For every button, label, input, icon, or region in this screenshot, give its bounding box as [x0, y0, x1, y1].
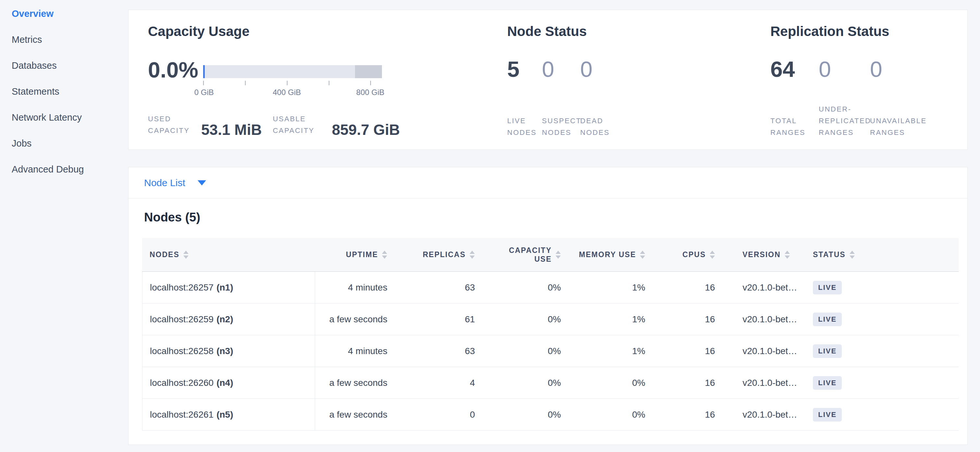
- table-row[interactable]: localhost:26258(n3) 4 minutes 63 0% 1% 1…: [142, 335, 959, 367]
- sidebar-item-network-latency[interactable]: Network Latency: [0, 105, 128, 130]
- capacity-bar-reserved-segment: [355, 65, 382, 78]
- node-address[interactable]: localhost:26259: [150, 314, 213, 325]
- capacity-use-cell: 0%: [482, 367, 568, 398]
- capacity-percent-value: 0.0%: [148, 59, 198, 81]
- uptime-cell: a few seconds: [315, 303, 394, 335]
- uptime-cell: 4 minutes: [315, 272, 394, 303]
- column-header-uptime[interactable]: UPTIME: [315, 250, 394, 259]
- sort-icon: [382, 251, 387, 259]
- sort-icon: [183, 251, 189, 259]
- axis-label-0: 0 GiB: [194, 88, 214, 97]
- sort-icon: [640, 251, 645, 259]
- sort-icon: [710, 251, 715, 259]
- node-id: (n1): [216, 282, 233, 293]
- node-address[interactable]: localhost:26258: [150, 346, 213, 356]
- status-badge: LIVE: [813, 344, 842, 358]
- table-row[interactable]: localhost:26259(n2) a few seconds 61 0% …: [142, 303, 959, 335]
- column-header-nodes[interactable]: NODES: [142, 250, 315, 259]
- table-row[interactable]: localhost:26260(n4) a few seconds 4 0% 0…: [142, 367, 959, 399]
- memory-use-cell: 0%: [567, 399, 652, 430]
- column-header-capacity-use[interactable]: CAPACITY USE: [481, 246, 567, 263]
- used-capacity-value: 53.1 MiB: [201, 123, 262, 136]
- node-status-title: Node Status: [507, 24, 587, 39]
- axis-tick: [370, 81, 371, 85]
- sidebar-item-statements[interactable]: Statements: [0, 78, 128, 105]
- live-nodes-value: 5: [507, 58, 542, 80]
- column-header-cpus[interactable]: CPUS: [652, 250, 721, 259]
- version-cell: v20.1.0-bet…: [721, 272, 812, 303]
- sidebar-item-jobs[interactable]: Jobs: [0, 130, 128, 156]
- unavailable-ranges-label: UNAVAILABLE RANGES: [870, 115, 935, 138]
- node-address[interactable]: localhost:26257: [150, 282, 213, 293]
- chevron-down-icon: [197, 180, 206, 186]
- sort-icon: [469, 251, 475, 259]
- axis-tick: [329, 81, 329, 85]
- capacity-stats: USED CAPACITY 53.1 MiB USABLE CAPACITY 8…: [148, 113, 400, 136]
- dead-nodes-label: DEAD NODES: [580, 115, 610, 138]
- live-nodes-label: LIVE NODES: [507, 115, 537, 138]
- cpus-cell: 16: [652, 335, 721, 367]
- node-id: (n5): [216, 409, 233, 420]
- replicas-cell: 63: [394, 335, 482, 367]
- node-address[interactable]: localhost:26261: [150, 409, 213, 420]
- column-header-version[interactable]: VERSION: [721, 250, 812, 259]
- capacity-usage-title: Capacity Usage: [148, 24, 250, 39]
- table-row[interactable]: localhost:26257(n1) 4 minutes 63 0% 1% 1…: [142, 272, 959, 303]
- total-ranges-label: TOTAL RANGES: [770, 115, 800, 138]
- capacity-use-cell: 0%: [482, 303, 568, 335]
- total-ranges-value: 64: [770, 58, 819, 80]
- node-list-dropdown[interactable]: Node List: [129, 167, 967, 198]
- under-replicated-ranges-label: UNDER-REPLICATED RANGES: [819, 103, 870, 138]
- status-badge: LIVE: [813, 376, 842, 390]
- version-cell: v20.1.0-bet…: [721, 367, 812, 398]
- column-header-memory-use[interactable]: MEMORY USE: [567, 250, 652, 259]
- status-badge: LIVE: [813, 312, 842, 326]
- node-address[interactable]: localhost:26260: [150, 378, 213, 388]
- capacity-use-cell: 0%: [482, 399, 568, 430]
- memory-use-cell: 1%: [567, 335, 652, 367]
- nodes-table-title: Nodes (5): [144, 211, 200, 224]
- axis-tick: [245, 81, 246, 85]
- cluster-summary-card: Capacity Usage 0.0% 0 GiB 400 GiB 800 Gi…: [128, 10, 968, 150]
- cpus-cell: 16: [652, 303, 721, 335]
- overview-page: Overview Metrics Databases Statements Ne…: [0, 0, 980, 452]
- sidebar-item-metrics[interactable]: Metrics: [0, 27, 128, 52]
- column-header-replicas[interactable]: REPLICAS: [394, 250, 481, 259]
- column-header-status[interactable]: STATUS: [812, 250, 959, 259]
- suspect-nodes-label: SUSPECT NODES: [542, 115, 580, 138]
- sidebar-item-databases[interactable]: Databases: [0, 52, 128, 78]
- capacity-bar-used-segment: [203, 65, 205, 78]
- version-cell: v20.1.0-bet…: [721, 335, 812, 367]
- total-ranges-stat: 64 TOTAL RANGES: [770, 58, 819, 138]
- under-replicated-ranges-value: 0: [819, 58, 870, 80]
- capacity-usage-chart: 0 GiB 400 GiB 800 GiB: [203, 65, 382, 99]
- usable-capacity-label: USABLE CAPACITY: [273, 113, 321, 136]
- dead-nodes-value: 0: [580, 58, 615, 80]
- capacity-use-cell: 0%: [482, 272, 568, 303]
- table-row[interactable]: localhost:26261(n5) a few seconds 0 0% 0…: [142, 399, 959, 431]
- version-cell: v20.1.0-bet…: [721, 399, 812, 430]
- dead-nodes-stat: 0 DEAD NODES: [580, 58, 615, 138]
- used-capacity-label: USED CAPACITY: [148, 113, 190, 136]
- suspect-nodes-stat: 0 SUSPECT NODES: [542, 58, 580, 138]
- table-body: localhost:26257(n1) 4 minutes 63 0% 1% 1…: [142, 272, 959, 431]
- replicas-cell: 61: [394, 303, 482, 335]
- cpus-cell: 16: [652, 367, 721, 398]
- capacity-bar: [203, 65, 382, 78]
- node-id: (n3): [216, 346, 233, 356]
- uptime-cell: a few seconds: [315, 367, 394, 398]
- status-badge: LIVE: [813, 408, 842, 422]
- table-header-row: NODES UPTIME REPLICAS CAPACITY USE MEMOR…: [142, 238, 959, 272]
- cpus-cell: 16: [652, 399, 721, 430]
- unavailable-ranges-value: 0: [870, 58, 935, 80]
- sidebar-item-overview[interactable]: Overview: [0, 1, 128, 27]
- node-id: (n2): [216, 314, 233, 325]
- sidebar-item-advanced-debug[interactable]: Advanced Debug: [0, 156, 128, 182]
- axis-label-800: 800 GiB: [356, 88, 385, 97]
- usable-capacity-value: 859.7 GiB: [332, 123, 400, 136]
- live-nodes-stat: 5 LIVE NODES: [507, 58, 542, 138]
- replication-status-title: Replication Status: [770, 24, 889, 39]
- sort-icon: [850, 251, 855, 259]
- under-replicated-ranges-stat: 0 UNDER-REPLICATED RANGES: [819, 58, 870, 138]
- sidebar: Overview Metrics Databases Statements Ne…: [0, 0, 128, 452]
